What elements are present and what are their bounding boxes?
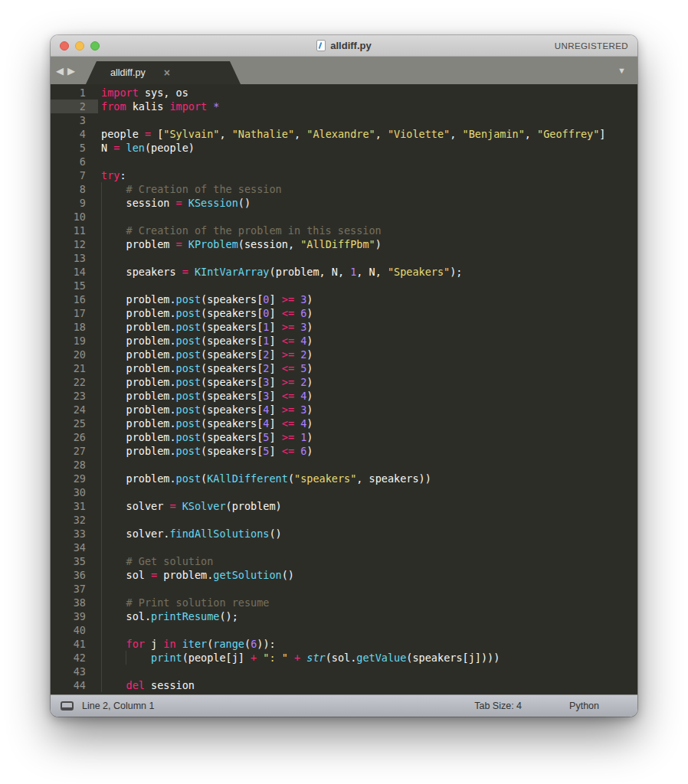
line-number[interactable]: 21 <box>51 361 98 375</box>
line-number[interactable]: 1 <box>51 86 98 100</box>
line-number[interactable]: 36 <box>51 568 98 582</box>
code-line[interactable]: 39 sol.printResume(); <box>51 609 637 623</box>
code-line[interactable]: 11 # Creation of the problem in this ses… <box>51 224 637 237</box>
code-line[interactable]: 37 <box>51 582 637 596</box>
code-line[interactable]: 10 <box>51 210 637 224</box>
tab-close-icon[interactable]: × <box>164 67 170 78</box>
tab-nav-left-icon[interactable]: ◀ <box>56 66 64 76</box>
code-line[interactable]: 16 problem.post(speakers[0] >= 3) <box>51 292 637 306</box>
code-line[interactable]: 24 problem.post(speakers[4] >= 3) <box>51 403 637 416</box>
line-number[interactable]: 2 <box>51 100 98 113</box>
line-number[interactable]: 14 <box>51 265 98 279</box>
code-line[interactable]: 9 session = KSession() <box>51 196 637 210</box>
line-number[interactable]: 13 <box>51 251 98 265</box>
code-line[interactable]: 26 problem.post(speakers[5] >= 1) <box>51 430 637 444</box>
syntax-label[interactable]: Python <box>569 701 599 711</box>
code-line[interactable]: 36 sol = problem.getSolution() <box>51 568 637 582</box>
code-line[interactable]: 21 problem.post(speakers[2] <= 5) <box>51 361 637 375</box>
line-number[interactable]: 24 <box>51 403 98 416</box>
line-number[interactable]: 31 <box>51 499 98 513</box>
line-number[interactable]: 38 <box>51 596 98 609</box>
line-number[interactable]: 7 <box>51 168 98 182</box>
code-line[interactable]: 44 del session <box>51 678 637 692</box>
code-line[interactable]: 6 <box>51 155 637 168</box>
line-number[interactable]: 27 <box>51 444 98 458</box>
line-number[interactable]: 9 <box>51 196 98 210</box>
code-line[interactable]: 3 <box>51 113 637 127</box>
editor[interactable]: 1import sys, os2from kalis import *34peo… <box>51 84 637 694</box>
code-line[interactable]: 18 problem.post(speakers[1] >= 3) <box>51 320 637 334</box>
code-line[interactable]: 25 problem.post(speakers[4] <= 4) <box>51 416 637 430</box>
line-number[interactable]: 23 <box>51 389 98 403</box>
line-number[interactable]: 4 <box>51 127 98 141</box>
line-number[interactable]: 32 <box>51 513 98 527</box>
line-number[interactable]: 10 <box>51 210 98 224</box>
code-line[interactable]: 35 # Get solution <box>51 554 637 568</box>
code-line[interactable]: 15 <box>51 279 637 292</box>
line-number[interactable]: 35 <box>51 554 98 568</box>
line-number[interactable]: 17 <box>51 306 98 320</box>
zoom-window-icon[interactable] <box>90 41 100 51</box>
line-number[interactable]: 33 <box>51 527 98 541</box>
code-line[interactable]: 33 solver.findAllSolutions() <box>51 527 637 541</box>
line-number[interactable]: 25 <box>51 416 98 430</box>
code-line[interactable]: 29 problem.post(KAllDifferent("speakers"… <box>51 472 637 485</box>
line-number[interactable]: 43 <box>51 665 98 678</box>
line-number[interactable]: 39 <box>51 609 98 623</box>
line-number[interactable]: 29 <box>51 472 98 485</box>
code-line[interactable]: 27 problem.post(speakers[5] <= 6) <box>51 444 637 458</box>
code-line[interactable]: 28 <box>51 458 637 472</box>
tab-overflow-menu-icon[interactable]: ▼ <box>618 57 626 84</box>
code-line[interactable]: 34 <box>51 541 637 554</box>
line-number[interactable]: 6 <box>51 155 98 168</box>
line-number[interactable]: 22 <box>51 375 98 389</box>
line-number[interactable]: 20 <box>51 348 98 361</box>
code-line[interactable]: 43 <box>51 665 637 678</box>
panel-toggle-icon[interactable] <box>61 701 74 710</box>
line-number[interactable]: 28 <box>51 458 98 472</box>
tab-size-label[interactable]: Tab Size: 4 <box>474 701 522 711</box>
line-number[interactable]: 15 <box>51 279 98 292</box>
code-line[interactable]: 14 speakers = KIntVarArray(problem, N, 1… <box>51 265 637 279</box>
line-number[interactable]: 42 <box>51 651 98 665</box>
code-line[interactable]: 12 problem = KProblem(session, "AllDiffP… <box>51 237 637 251</box>
code-line[interactable]: 17 problem.post(speakers[0] <= 6) <box>51 306 637 320</box>
line-number[interactable]: 44 <box>51 678 98 692</box>
line-number[interactable]: 3 <box>51 113 98 127</box>
code-line[interactable]: 32 <box>51 513 637 527</box>
line-number[interactable]: 37 <box>51 582 98 596</box>
code-line[interactable]: 22 problem.post(speakers[3] >= 2) <box>51 375 637 389</box>
line-number[interactable]: 18 <box>51 320 98 334</box>
line-number[interactable]: 19 <box>51 334 98 348</box>
code-line[interactable]: 7try: <box>51 168 637 182</box>
line-number[interactable]: 30 <box>51 485 98 499</box>
code-line[interactable]: 40 <box>51 623 637 637</box>
line-number[interactable]: 12 <box>51 237 98 251</box>
code-line[interactable]: 1import sys, os <box>51 86 637 100</box>
line-number[interactable]: 34 <box>51 541 98 554</box>
code-line[interactable]: 30 <box>51 485 637 499</box>
tab-alldiff[interactable]: alldiff.py × <box>86 61 241 84</box>
code-line[interactable]: 20 problem.post(speakers[2] >= 2) <box>51 348 637 361</box>
code-line[interactable]: 19 problem.post(speakers[1] <= 4) <box>51 334 637 348</box>
code-line[interactable]: 13 <box>51 251 637 265</box>
code-line[interactable]: 38 # Print solution resume <box>51 596 637 609</box>
line-number[interactable]: 8 <box>51 182 98 196</box>
line-number[interactable]: 41 <box>51 637 98 651</box>
tab-nav-right-icon[interactable]: ▶ <box>67 66 75 76</box>
code-line[interactable]: 41 for j in iter(range(6)): <box>51 637 637 651</box>
line-number[interactable]: 11 <box>51 224 98 237</box>
code-line[interactable]: 42 print(people[j] + ": " + str(sol.getV… <box>51 651 637 665</box>
code-line[interactable]: 2from kalis import * <box>51 100 637 113</box>
line-number[interactable]: 40 <box>51 623 98 637</box>
line-number[interactable]: 26 <box>51 430 98 444</box>
code-line[interactable]: 8 # Creation of the session <box>51 182 637 196</box>
code-line[interactable]: 31 solver = KSolver(problem) <box>51 499 637 513</box>
code-line[interactable]: 4people = ["Sylvain", "Nathalie", "Alexa… <box>51 127 637 141</box>
close-window-icon[interactable] <box>60 41 69 51</box>
title-bar[interactable]: alldiff.py UNREGISTERED <box>51 35 637 57</box>
code-line[interactable]: 23 problem.post(speakers[3] <= 4) <box>51 389 637 403</box>
minimize-window-icon[interactable] <box>75 41 84 51</box>
line-number[interactable]: 5 <box>51 141 98 155</box>
code-line[interactable]: 5N = len(people) <box>51 141 637 155</box>
